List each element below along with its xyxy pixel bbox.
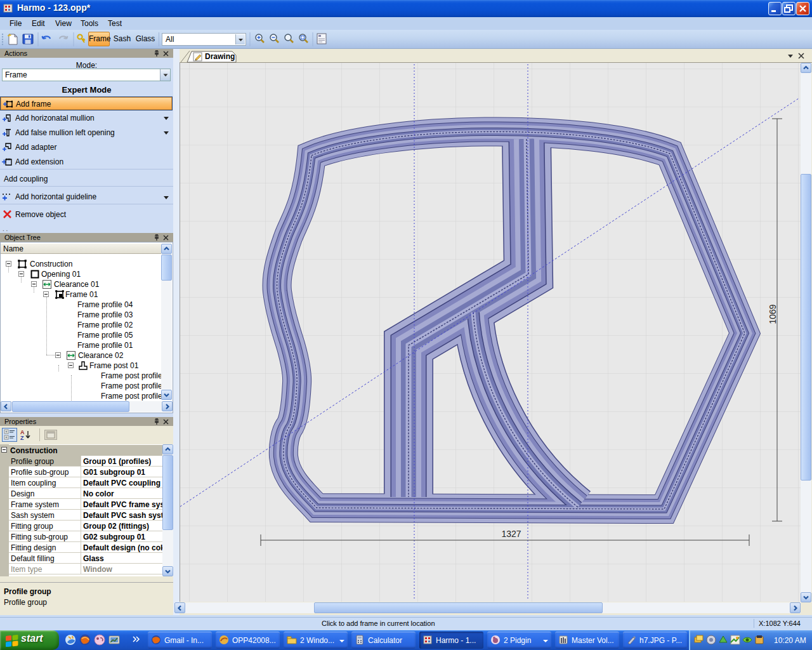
- svg-text:1327: 1327: [501, 529, 521, 539]
- svg-text:Z: Z: [20, 435, 24, 441]
- svg-text:1069: 1069: [768, 304, 778, 324]
- svg-text:Drawing: Drawing: [205, 52, 235, 61]
